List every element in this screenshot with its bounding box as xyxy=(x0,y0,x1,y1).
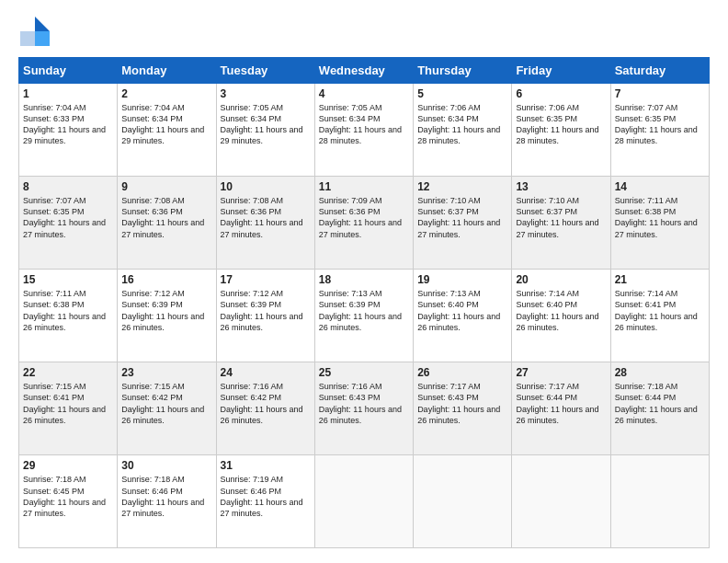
day-number: 17 xyxy=(221,273,311,286)
calendar-cell: 22Sunrise: 7:15 AM Sunset: 6:41 PM Dayli… xyxy=(19,362,118,455)
calendar-cell: 26Sunrise: 7:17 AM Sunset: 6:43 PM Dayli… xyxy=(414,362,512,455)
day-number: 11 xyxy=(319,180,409,193)
day-number: 30 xyxy=(121,459,211,472)
calendar-cell: 30Sunrise: 7:18 AM Sunset: 6:46 PM Dayli… xyxy=(118,455,216,548)
calendar-cell: 24Sunrise: 7:16 AM Sunset: 6:42 PM Dayli… xyxy=(216,362,314,455)
day-number: 24 xyxy=(221,366,311,379)
day-number: 29 xyxy=(23,459,113,472)
calendar-cell: 29Sunrise: 7:18 AM Sunset: 6:45 PM Dayli… xyxy=(19,455,118,548)
calendar-cell: 27Sunrise: 7:17 AM Sunset: 6:44 PM Dayli… xyxy=(512,362,610,455)
day-info: Sunrise: 7:15 AM Sunset: 6:41 PM Dayligh… xyxy=(23,381,113,426)
calendar-cell: 28Sunrise: 7:18 AM Sunset: 6:44 PM Dayli… xyxy=(610,362,709,455)
weekday-header-saturday: Saturday xyxy=(610,58,709,84)
day-number: 9 xyxy=(121,180,211,193)
day-number: 31 xyxy=(221,459,311,472)
day-info: Sunrise: 7:05 AM Sunset: 6:34 PM Dayligh… xyxy=(319,102,409,147)
calendar-cell: 1Sunrise: 7:04 AM Sunset: 6:33 PM Daylig… xyxy=(19,84,118,177)
calendar-cell: 5Sunrise: 7:06 AM Sunset: 6:34 PM Daylig… xyxy=(414,84,512,177)
day-info: Sunrise: 7:08 AM Sunset: 6:36 PM Dayligh… xyxy=(221,195,311,240)
calendar-cell: 12Sunrise: 7:10 AM Sunset: 6:37 PM Dayli… xyxy=(414,177,512,270)
weekday-header-monday: Monday xyxy=(118,58,216,84)
calendar-cell: 21Sunrise: 7:14 AM Sunset: 6:41 PM Dayli… xyxy=(610,270,709,362)
day-number: 25 xyxy=(319,366,409,379)
day-info: Sunrise: 7:13 AM Sunset: 6:39 PM Dayligh… xyxy=(319,288,409,333)
day-info: Sunrise: 7:06 AM Sunset: 6:35 PM Dayligh… xyxy=(516,102,606,147)
day-number: 22 xyxy=(23,366,113,379)
calendar-table: SundayMondayTuesdayWednesdayThursdayFrid… xyxy=(18,57,710,548)
calendar-cell xyxy=(610,455,709,548)
day-number: 21 xyxy=(615,273,705,286)
day-info: Sunrise: 7:11 AM Sunset: 6:38 PM Dayligh… xyxy=(23,288,113,333)
day-info: Sunrise: 7:18 AM Sunset: 6:44 PM Dayligh… xyxy=(615,381,705,426)
day-info: Sunrise: 7:18 AM Sunset: 6:46 PM Dayligh… xyxy=(121,474,211,519)
day-number: 15 xyxy=(23,273,113,286)
day-number: 12 xyxy=(417,180,507,193)
day-number: 16 xyxy=(121,273,211,286)
day-number: 7 xyxy=(615,87,705,100)
day-number: 5 xyxy=(417,87,507,100)
calendar-cell: 7Sunrise: 7:07 AM Sunset: 6:35 PM Daylig… xyxy=(610,84,709,177)
calendar-week-row-2: 8Sunrise: 7:07 AM Sunset: 6:35 PM Daylig… xyxy=(19,177,710,270)
calendar-cell: 11Sunrise: 7:09 AM Sunset: 6:36 PM Dayli… xyxy=(314,177,413,270)
day-number: 2 xyxy=(121,87,211,100)
weekday-header-sunday: Sunday xyxy=(19,58,118,84)
page: SundayMondayTuesdayWednesdayThursdayFrid… xyxy=(0,0,728,563)
day-info: Sunrise: 7:16 AM Sunset: 6:42 PM Dayligh… xyxy=(221,381,311,426)
calendar-cell: 2Sunrise: 7:04 AM Sunset: 6:34 PM Daylig… xyxy=(118,84,216,177)
weekday-header-thursday: Thursday xyxy=(414,58,512,84)
calendar-cell xyxy=(512,455,610,548)
weekday-header-wednesday: Wednesday xyxy=(314,58,413,84)
day-info: Sunrise: 7:07 AM Sunset: 6:35 PM Dayligh… xyxy=(615,102,705,147)
day-number: 18 xyxy=(319,273,409,286)
calendar-cell xyxy=(414,455,512,548)
day-info: Sunrise: 7:04 AM Sunset: 6:34 PM Dayligh… xyxy=(121,102,211,147)
day-number: 27 xyxy=(516,366,606,379)
weekday-header-tuesday: Tuesday xyxy=(216,58,314,84)
calendar-cell: 18Sunrise: 7:13 AM Sunset: 6:39 PM Dayli… xyxy=(314,270,413,362)
svg-marker-2 xyxy=(20,31,35,46)
day-number: 1 xyxy=(23,87,113,100)
day-number: 6 xyxy=(516,87,606,100)
calendar-cell: 6Sunrise: 7:06 AM Sunset: 6:35 PM Daylig… xyxy=(512,84,610,177)
day-info: Sunrise: 7:14 AM Sunset: 6:41 PM Dayligh… xyxy=(615,288,705,333)
calendar-week-row-3: 15Sunrise: 7:11 AM Sunset: 6:38 PM Dayli… xyxy=(19,270,710,362)
calendar-cell: 10Sunrise: 7:08 AM Sunset: 6:36 PM Dayli… xyxy=(216,177,314,270)
calendar-cell: 4Sunrise: 7:05 AM Sunset: 6:34 PM Daylig… xyxy=(314,84,413,177)
calendar-cell: 20Sunrise: 7:14 AM Sunset: 6:40 PM Dayli… xyxy=(512,270,610,362)
calendar-cell: 19Sunrise: 7:13 AM Sunset: 6:40 PM Dayli… xyxy=(414,270,512,362)
calendar-cell: 25Sunrise: 7:16 AM Sunset: 6:43 PM Dayli… xyxy=(314,362,413,455)
day-number: 19 xyxy=(417,273,507,286)
calendar-cell: 23Sunrise: 7:15 AM Sunset: 6:42 PM Dayli… xyxy=(118,362,216,455)
day-info: Sunrise: 7:05 AM Sunset: 6:34 PM Dayligh… xyxy=(221,102,311,147)
day-info: Sunrise: 7:15 AM Sunset: 6:42 PM Dayligh… xyxy=(121,381,211,426)
calendar-cell: 14Sunrise: 7:11 AM Sunset: 6:38 PM Dayli… xyxy=(610,177,709,270)
day-number: 26 xyxy=(417,366,507,379)
day-number: 3 xyxy=(221,87,311,100)
svg-marker-1 xyxy=(35,31,50,46)
header xyxy=(18,15,710,48)
day-number: 8 xyxy=(23,180,113,193)
day-info: Sunrise: 7:10 AM Sunset: 6:37 PM Dayligh… xyxy=(516,195,606,240)
calendar-week-row-5: 29Sunrise: 7:18 AM Sunset: 6:45 PM Dayli… xyxy=(19,455,710,548)
day-number: 14 xyxy=(615,180,705,193)
day-info: Sunrise: 7:11 AM Sunset: 6:38 PM Dayligh… xyxy=(615,195,705,240)
logo xyxy=(18,15,55,48)
logo-icon xyxy=(18,15,51,48)
calendar-cell xyxy=(314,455,413,548)
calendar-cell: 3Sunrise: 7:05 AM Sunset: 6:34 PM Daylig… xyxy=(216,84,314,177)
calendar-cell: 8Sunrise: 7:07 AM Sunset: 6:35 PM Daylig… xyxy=(19,177,118,270)
calendar-cell: 16Sunrise: 7:12 AM Sunset: 6:39 PM Dayli… xyxy=(118,270,216,362)
day-info: Sunrise: 7:17 AM Sunset: 6:43 PM Dayligh… xyxy=(417,381,507,426)
day-number: 20 xyxy=(516,273,606,286)
day-number: 28 xyxy=(615,366,705,379)
day-info: Sunrise: 7:08 AM Sunset: 6:36 PM Dayligh… xyxy=(121,195,211,240)
day-info: Sunrise: 7:09 AM Sunset: 6:36 PM Dayligh… xyxy=(319,195,409,240)
calendar-cell: 31Sunrise: 7:19 AM Sunset: 6:46 PM Dayli… xyxy=(216,455,314,548)
day-info: Sunrise: 7:04 AM Sunset: 6:33 PM Dayligh… xyxy=(23,102,113,147)
day-info: Sunrise: 7:16 AM Sunset: 6:43 PM Dayligh… xyxy=(319,381,409,426)
day-info: Sunrise: 7:18 AM Sunset: 6:45 PM Dayligh… xyxy=(23,474,113,519)
calendar-cell: 9Sunrise: 7:08 AM Sunset: 6:36 PM Daylig… xyxy=(118,177,216,270)
calendar-cell: 13Sunrise: 7:10 AM Sunset: 6:37 PM Dayli… xyxy=(512,177,610,270)
calendar-cell: 17Sunrise: 7:12 AM Sunset: 6:39 PM Dayli… xyxy=(216,270,314,362)
day-number: 10 xyxy=(221,180,311,193)
